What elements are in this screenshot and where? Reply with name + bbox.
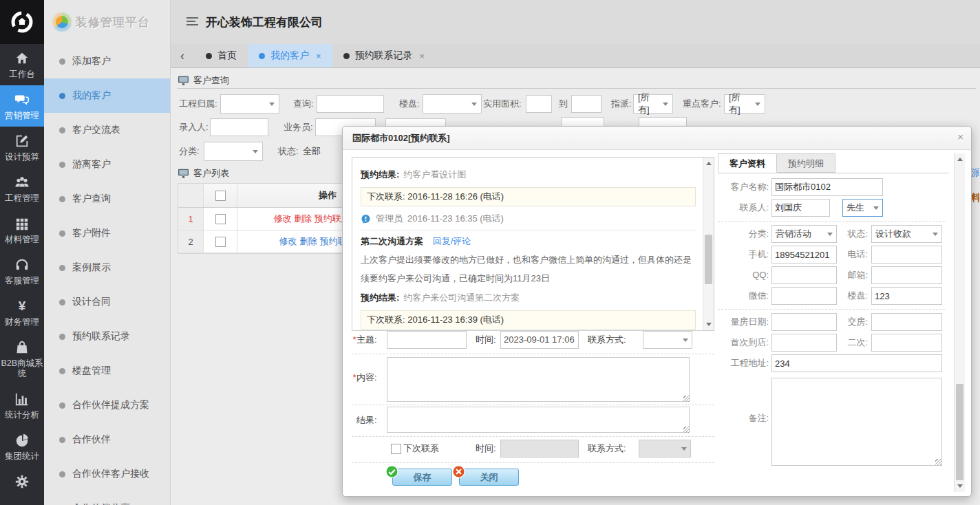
- primary-nav-rail: 工作台 营销管理 设计预算 工程管理 材料管理 客服管理: [0, 0, 44, 505]
- wechat-input[interactable]: [771, 287, 837, 305]
- category-select[interactable]: 营销活动: [771, 225, 837, 243]
- category-select[interactable]: [204, 142, 263, 161]
- tab-close-icon[interactable]: ×: [420, 51, 425, 61]
- sidebar-item-building-mgmt[interactable]: 楼盘管理: [44, 354, 170, 388]
- rail-item-group-stats[interactable]: 集团统计: [0, 426, 44, 467]
- divider: [352, 462, 714, 463]
- scroll-up-icon[interactable]: [955, 154, 965, 164]
- phone-input[interactable]: [871, 246, 942, 264]
- rail-item-customer-service[interactable]: 客服管理: [0, 250, 44, 292]
- next-contact-checkbox[interactable]: [391, 444, 401, 454]
- sidebar-item-partner-commission[interactable]: 合作伙伴提成方案: [44, 388, 170, 422]
- monitor-icon: [178, 76, 189, 86]
- scroll-down-icon[interactable]: [955, 481, 965, 491]
- phone-label: 电话:: [839, 246, 868, 264]
- tab-my-customers[interactable]: 我的客户 ×: [248, 44, 332, 67]
- sidebar-item-my-customers[interactable]: 我的客户: [44, 78, 170, 113]
- sidebar-item-case-show[interactable]: 案例展示: [44, 250, 170, 285]
- section-title-text: 客户列表: [193, 167, 229, 180]
- sidebar-item-appointment-records[interactable]: 预约联系记录: [44, 319, 170, 354]
- next-contact-method-select[interactable]: [639, 440, 691, 458]
- delivery-input[interactable]: [871, 313, 942, 331]
- reply-comment-link[interactable]: 回复/评论: [433, 236, 471, 246]
- tab-appointment-records[interactable]: 预约联系记录 ×: [332, 44, 436, 67]
- customer-name-input[interactable]: [771, 178, 883, 196]
- vip-select[interactable]: [所有]: [724, 94, 765, 114]
- dialog-close-button[interactable]: 关闭: [459, 469, 519, 486]
- shopping-bag-icon: [14, 340, 30, 355]
- scroll-up-icon[interactable]: [703, 158, 714, 169]
- assign-select[interactable]: [所有]: [633, 94, 673, 114]
- rail-item-statistics[interactable]: 统计分析: [0, 385, 44, 426]
- sidebar-item-partner-customer-receive[interactable]: 合作伙伴客户接收: [44, 457, 170, 491]
- salutation-select[interactable]: 先生: [842, 199, 883, 217]
- scroll-down-icon[interactable]: [703, 319, 714, 330]
- rail-item-marketing[interactable]: 营销管理: [0, 85, 44, 127]
- sidebar-item-add-customer[interactable]: 添加客户: [44, 44, 170, 78]
- remark-textarea[interactable]: [771, 378, 942, 466]
- sidebar-item-customer-exchange[interactable]: 客户交流表: [44, 113, 170, 147]
- tab-close-icon[interactable]: ×: [316, 51, 321, 61]
- sidebar-item-partner[interactable]: 合作伙伴: [44, 422, 170, 457]
- area-min-input[interactable]: [526, 95, 552, 113]
- sidebar-item-customer-attachments[interactable]: 客户附件: [44, 216, 170, 250]
- contact-method-select[interactable]: [643, 331, 692, 349]
- resize-handle[interactable]: [683, 396, 690, 402]
- measure-date-input[interactable]: [771, 313, 837, 331]
- contact-person-input[interactable]: [771, 199, 830, 217]
- resize-handle[interactable]: [935, 459, 941, 465]
- time-input[interactable]: 2023-09-01 17:06: [500, 331, 579, 349]
- qq-input[interactable]: [771, 266, 837, 284]
- sidebar-item-free-customers[interactable]: 游离客户: [44, 147, 170, 182]
- save-button[interactable]: 保存: [392, 469, 452, 486]
- address-label: 工程地址:: [718, 354, 769, 372]
- address-input[interactable]: [771, 354, 942, 372]
- entry-person-input[interactable]: [210, 118, 268, 136]
- rail-item-project-mgmt[interactable]: 工程管理: [0, 168, 44, 209]
- project-owner-select[interactable]: [220, 94, 279, 114]
- result-textarea[interactable]: [387, 407, 690, 433]
- tab-home[interactable]: 首页: [195, 44, 248, 67]
- first-visit-input[interactable]: [771, 334, 837, 352]
- rail-item-design-budget[interactable]: 设计预算: [0, 127, 44, 168]
- sidebar-item-partner-share[interactable]: 合作伙伴共享: [44, 491, 170, 505]
- panel-scrollbar: [954, 153, 965, 492]
- search-input[interactable]: [317, 95, 384, 113]
- menu-toggle-icon[interactable]: [187, 17, 198, 26]
- chat-icon: [14, 92, 30, 107]
- mobile-input[interactable]: [771, 246, 837, 264]
- sidebar-item-design-contract[interactable]: 设计合同: [44, 285, 170, 319]
- building-input[interactable]: [871, 287, 942, 305]
- content-textarea[interactable]: [387, 357, 690, 402]
- dialog-close-icon[interactable]: ×: [957, 131, 963, 142]
- select-all-checkbox[interactable]: [215, 191, 226, 201]
- rail-item-finance[interactable]: ¥ 财务管理: [0, 292, 44, 333]
- tab-customer-profile[interactable]: 客户资料: [718, 153, 777, 173]
- resize-handle[interactable]: [683, 427, 690, 433]
- second-visit-input[interactable]: [871, 334, 942, 352]
- subject-input[interactable]: [387, 331, 467, 349]
- rail-item-workbench[interactable]: 工作台: [0, 44, 44, 85]
- rail-item-settings[interactable]: [0, 467, 44, 495]
- row-checkbox[interactable]: [215, 214, 226, 224]
- area-max-input[interactable]: [571, 95, 601, 113]
- section-title-text: 客户查询: [193, 74, 229, 87]
- rail-item-b2b-mall[interactable]: B2B商城系统: [0, 333, 44, 385]
- scrollbar-thumb[interactable]: [705, 235, 712, 284]
- result-label: 预约结果:: [361, 169, 399, 180]
- scrollbar-thumb[interactable]: [956, 384, 963, 480]
- status-select[interactable]: 设计收款: [871, 225, 942, 243]
- app-logo: [0, 0, 44, 44]
- row-checkbox[interactable]: [215, 237, 226, 247]
- field-label: 实用面积:: [483, 94, 522, 114]
- building-select[interactable]: [423, 94, 482, 114]
- rail-item-label: 设计预算: [1, 152, 43, 162]
- sidebar-item-customer-query[interactable]: 客户查询: [44, 182, 170, 216]
- rail-item-material-mgmt[interactable]: 材料管理: [0, 209, 44, 250]
- sidebar-item-label: 客户查询: [72, 193, 111, 205]
- tab-appointment-detail[interactable]: 预约明细: [777, 153, 835, 173]
- next-time-input[interactable]: [500, 440, 579, 458]
- email-input[interactable]: [871, 266, 942, 284]
- tabs-back-icon[interactable]: ‹: [170, 44, 195, 67]
- top-header: 开心装饰工程有限公司: [170, 0, 980, 44]
